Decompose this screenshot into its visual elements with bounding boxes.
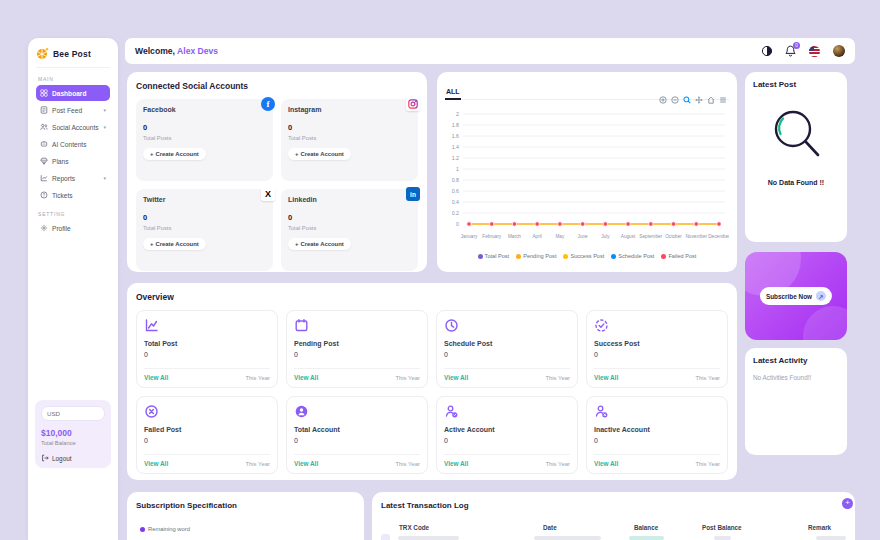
subscribe-now-button[interactable]: Subscribe Now ↗ bbox=[760, 287, 832, 305]
stat-value: 0 bbox=[594, 351, 720, 358]
subscribe-banner: Subscribe Now ↗ bbox=[745, 252, 847, 340]
notifications-button[interactable]: 0 bbox=[784, 45, 797, 58]
chart-marker[interactable] bbox=[694, 222, 698, 226]
platform-name: Twitter bbox=[143, 196, 266, 203]
section-title: Connected Social Accounts bbox=[136, 81, 418, 91]
view-all-link[interactable]: View All bbox=[444, 374, 468, 381]
post-count: 0 bbox=[288, 123, 411, 132]
chart-marker[interactable] bbox=[490, 222, 494, 226]
sidebar-section-setting: SETTING bbox=[38, 211, 110, 217]
table-row bbox=[381, 534, 846, 540]
view-all-link[interactable]: View All bbox=[594, 460, 618, 467]
social-card-twitter: Twitter X 0 Total Posts +Create Account bbox=[136, 189, 273, 271]
chart-marker[interactable] bbox=[512, 222, 516, 226]
view-all-link[interactable]: View All bbox=[594, 374, 618, 381]
chart-marker[interactable] bbox=[580, 222, 584, 226]
legend-dot bbox=[478, 254, 483, 259]
copy-icon[interactable] bbox=[381, 534, 390, 540]
chart-range-tab-all[interactable]: ALL bbox=[445, 88, 461, 100]
stat-label: Inactive Account bbox=[594, 426, 720, 433]
check-circle-icon bbox=[594, 318, 609, 333]
chart-ytick-label: 1.6 bbox=[452, 133, 459, 139]
latest-activity-card: Latest Activity No Activities Found!! bbox=[745, 348, 847, 455]
menu-icon[interactable] bbox=[719, 96, 727, 104]
sidebar-item-dashboard[interactable]: Dashboard bbox=[36, 85, 110, 101]
legend-item[interactable]: Pending Post bbox=[516, 253, 556, 259]
legend-item[interactable]: Schedule Post bbox=[611, 253, 654, 259]
connected-social-accounts-card: Connected Social Accounts Facebook f 0 T… bbox=[127, 72, 427, 272]
zoom-out-icon[interactable] bbox=[671, 96, 679, 104]
chart-marker[interactable] bbox=[603, 222, 607, 226]
selection-zoom-icon[interactable] bbox=[683, 96, 691, 104]
sidebar-item-post-feed[interactable]: Post Feed ▾ bbox=[36, 102, 110, 118]
chart-toolbar bbox=[659, 96, 727, 104]
chevron-down-icon: ▾ bbox=[103, 175, 106, 181]
sidebar-item-ai-contents[interactable]: AI Contents bbox=[36, 136, 110, 152]
spec-legend-item[interactable]: Remaining word bbox=[140, 526, 355, 532]
period-label: This Year bbox=[545, 461, 570, 467]
chart-ytick-label: 1.8 bbox=[452, 122, 459, 128]
language-selector[interactable] bbox=[808, 45, 821, 58]
create-account-button[interactable]: +Create Account bbox=[288, 238, 351, 250]
create-account-label: Create Account bbox=[155, 151, 198, 157]
chart-marker[interactable] bbox=[535, 222, 539, 226]
view-all-link[interactable]: View All bbox=[144, 374, 168, 381]
chart-xtick-label: August bbox=[621, 234, 636, 239]
plus-icon: + bbox=[295, 241, 298, 247]
chart-ytick-label: 0.6 bbox=[452, 188, 459, 194]
sidebar-item-tickets[interactable]: Tickets bbox=[36, 187, 110, 203]
chart-xtick-label: December bbox=[708, 234, 729, 239]
add-transaction-button[interactable]: + bbox=[842, 498, 853, 509]
chart-marker[interactable] bbox=[626, 222, 630, 226]
chart-ytick-label: 0 bbox=[456, 221, 459, 227]
top-bar: Welcome, Alex Devs 0 bbox=[125, 38, 855, 64]
period-label: This Year bbox=[695, 461, 720, 467]
zoom-in-icon[interactable] bbox=[659, 96, 667, 104]
stat-label: Schedule Post bbox=[444, 340, 570, 347]
chart-legend: Total PostPending PostSuccess PostSchedu… bbox=[445, 253, 729, 259]
legend-item[interactable]: Success Post bbox=[563, 253, 604, 259]
pan-icon[interactable] bbox=[695, 96, 703, 104]
dark-mode-toggle[interactable] bbox=[760, 45, 773, 58]
legend-item[interactable]: Failed Post bbox=[661, 253, 696, 259]
plans-icon bbox=[40, 157, 48, 165]
view-all-link[interactable]: View All bbox=[144, 460, 168, 467]
chart-xtick-label: September bbox=[639, 234, 662, 239]
no-activities-text: No Activities Found!! bbox=[753, 374, 839, 381]
chart-marker[interactable] bbox=[671, 222, 675, 226]
sidebar-item-social-accounts[interactable]: Social Accounts ▾ bbox=[36, 119, 110, 135]
chart-marker[interactable] bbox=[467, 222, 471, 226]
chart-xtick-label: March bbox=[508, 234, 521, 239]
create-account-button[interactable]: +Create Account bbox=[288, 148, 351, 160]
home-reset-icon[interactable] bbox=[707, 96, 715, 104]
stat-value: 0 bbox=[294, 351, 420, 358]
stat-value: 0 bbox=[144, 437, 270, 444]
chart-marker[interactable] bbox=[649, 222, 653, 226]
legend-label: Success Post bbox=[570, 253, 604, 259]
create-account-button[interactable]: +Create Account bbox=[143, 238, 206, 250]
sidebar-item-reports[interactable]: Reports ▾ bbox=[36, 170, 110, 186]
ai-contents-icon bbox=[40, 140, 48, 148]
profile-menu-button[interactable] bbox=[832, 45, 845, 58]
currency-select[interactable]: USD bbox=[41, 406, 105, 421]
legend-label: Schedule Post bbox=[618, 253, 654, 259]
chart-marker[interactable] bbox=[558, 222, 562, 226]
view-all-link[interactable]: View All bbox=[294, 460, 318, 467]
gear-icon bbox=[40, 224, 48, 232]
column-header: Date bbox=[543, 524, 557, 531]
sidebar-item-profile[interactable]: Profile bbox=[36, 220, 110, 236]
logout-button[interactable]: Logout bbox=[41, 454, 105, 462]
x-circle-icon bbox=[144, 404, 159, 419]
period-label: This Year bbox=[245, 461, 270, 467]
chart-ytick-label: 1 bbox=[456, 166, 459, 172]
sidebar-item-plans[interactable]: Plans bbox=[36, 153, 110, 169]
platform-name: Instagram bbox=[288, 106, 411, 113]
posts-chart-card: ALL 00.20.40.60.811.21.41.61.82JanuaryFe… bbox=[437, 72, 737, 272]
arrow-up-right-icon: ↗ bbox=[816, 291, 826, 301]
create-account-button[interactable]: +Create Account bbox=[143, 148, 206, 160]
view-all-link[interactable]: View All bbox=[444, 460, 468, 467]
overview-card-active-account: Active Account 0 View AllThis Year bbox=[436, 396, 578, 474]
view-all-link[interactable]: View All bbox=[294, 374, 318, 381]
chart-marker[interactable] bbox=[717, 222, 721, 226]
legend-item[interactable]: Total Post bbox=[478, 253, 510, 259]
